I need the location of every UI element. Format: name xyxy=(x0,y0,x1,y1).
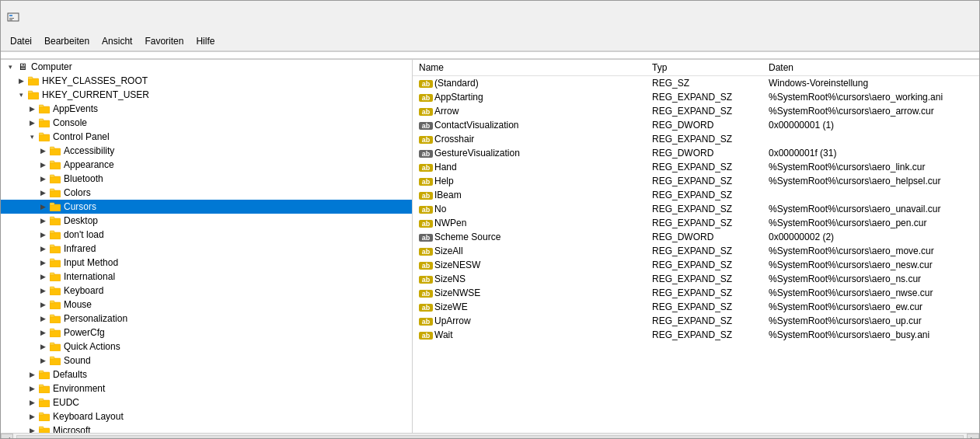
folder-icon xyxy=(38,117,51,129)
table-row[interactable]: ab SizeAll REG_EXPAND_SZ %SystemRoot%\cu… xyxy=(413,244,979,258)
expand-icon: ▶ xyxy=(37,145,49,157)
folder-icon xyxy=(27,89,40,101)
tree-node-dontload[interactable]: ▶ don't load xyxy=(1,228,412,242)
node-label: Personalization xyxy=(64,313,127,324)
svg-rect-47 xyxy=(39,371,44,373)
svg-rect-42 xyxy=(50,344,61,351)
tree-node-appevents[interactable]: ▶ AppEvents xyxy=(1,102,412,116)
tree-node-eudc[interactable]: ▶ EUDC xyxy=(1,395,412,409)
folder-icon xyxy=(49,256,61,269)
svg-rect-30 xyxy=(50,260,61,267)
node-label: Console xyxy=(53,117,87,128)
table-row[interactable]: ab UpArrow REG_EXPAND_SZ %SystemRoot%\cu… xyxy=(413,314,979,328)
cell-typ: REG_EXPAND_SZ xyxy=(646,174,762,188)
cell-daten: %SystemRoot%\cursors\aero_nwse.cur xyxy=(762,286,979,300)
table-row[interactable]: ab SizeWE REG_EXPAND_SZ %SystemRoot%\cur… xyxy=(413,300,979,314)
svg-rect-53 xyxy=(39,413,44,415)
table-row[interactable]: ab Arrow REG_EXPAND_SZ %SystemRoot%\curs… xyxy=(413,104,979,118)
tree-node-microsoft[interactable]: ▶ Microsoft xyxy=(1,423,412,433)
tree-node-personalization[interactable]: ▶ Personalization xyxy=(1,312,412,326)
scroll-left-button[interactable]: ◀ xyxy=(1,434,13,439)
menu-item-datei[interactable]: Datei xyxy=(4,33,38,49)
tree-node-sound[interactable]: ▶ Sound xyxy=(1,354,412,368)
table-row[interactable]: ab AppStarting REG_EXPAND_SZ %SystemRoot… xyxy=(413,90,979,104)
horizontal-scrollbar[interactable]: ◀ ▶ xyxy=(1,434,979,439)
right-panel[interactable]: Name Typ Daten ab (Standard) REG_SZ Wind… xyxy=(413,60,979,433)
table-row[interactable]: ab Scheme Source REG_DWORD 0x00000002 (2… xyxy=(413,230,979,244)
tree-node-colors[interactable]: ▶ Colors xyxy=(1,186,412,200)
folder-icon xyxy=(49,326,61,339)
expand-icon: ▶ xyxy=(26,103,38,115)
tree-node-environment[interactable]: ▶ Environment xyxy=(1,382,412,395)
tree-node-mouse[interactable]: ▶ Mouse xyxy=(1,298,412,312)
svg-rect-26 xyxy=(50,232,61,239)
tree-node-powercfg[interactable]: ▶ PowerCfg xyxy=(1,326,412,340)
cell-name: ab SizeNWSE xyxy=(413,286,646,300)
tree-node-appearance[interactable]: ▶ Appearance xyxy=(1,158,412,172)
table-row[interactable]: ab SizeNS REG_EXPAND_SZ %SystemRoot%\cur… xyxy=(413,272,979,286)
table-row[interactable]: ab Hand REG_EXPAND_SZ %SystemRoot%\curso… xyxy=(413,160,979,174)
tree-node-controlpanel[interactable]: ▾ Control Panel xyxy=(1,130,412,144)
table-row[interactable]: ab Wait REG_EXPAND_SZ %SystemRoot%\curso… xyxy=(413,328,979,342)
cell-name: ab GestureVisualization xyxy=(413,146,646,160)
expand-icon: ▶ xyxy=(26,117,38,129)
svg-rect-43 xyxy=(50,343,54,345)
cell-daten: %SystemRoot%\cursors\aero_helpsel.cur xyxy=(762,174,979,188)
table-row[interactable]: ab ContactVisualization REG_DWORD 0x0000… xyxy=(413,118,979,132)
expand-icon: ▶ xyxy=(37,200,49,213)
expand-icon: ▶ xyxy=(37,256,49,269)
svg-rect-11 xyxy=(39,119,44,121)
tree-node-hkcr[interactable]: ▶ HKEY_CLASSES_ROOT xyxy=(1,74,412,88)
tree-node-defaults[interactable]: ▶ Defaults xyxy=(1,368,412,382)
folder-icon xyxy=(49,312,61,325)
table-row[interactable]: ab Help REG_EXPAND_SZ %SystemRoot%\curso… xyxy=(413,174,979,188)
cell-name: ab SizeNS xyxy=(413,272,646,286)
table-row[interactable]: ab (Standard) REG_SZ Windows-Voreinstell… xyxy=(413,76,979,91)
menu-item-ansicht[interactable]: Ansicht xyxy=(96,33,138,49)
table-row[interactable]: ab SizeNESW REG_EXPAND_SZ %SystemRoot%\c… xyxy=(413,258,979,272)
tree-panel[interactable]: ▾🖥Computer▶ HKEY_CLASSES_ROOT▾ HKEY_CURR… xyxy=(1,60,413,433)
menu-item-favoriten[interactable]: Favoriten xyxy=(138,33,190,49)
svg-rect-10 xyxy=(39,120,50,127)
node-label: Colors xyxy=(64,187,91,198)
table-row[interactable]: ab GestureVisualization REG_DWORD 0x0000… xyxy=(413,146,979,160)
tree-node-console[interactable]: ▶ Console xyxy=(1,116,412,130)
folder-icon xyxy=(38,396,51,409)
scroll-right-button[interactable]: ▶ xyxy=(967,434,979,439)
folder-icon xyxy=(38,410,51,423)
tree-node-international[interactable]: ▶ International xyxy=(1,270,412,284)
cell-daten: %SystemRoot%\cursors\aero_working.ani xyxy=(762,90,979,104)
close-button[interactable] xyxy=(937,5,973,29)
tree-node-computer[interactable]: ▾🖥Computer xyxy=(1,60,412,74)
svg-rect-2 xyxy=(9,18,14,19)
scroll-track[interactable] xyxy=(16,435,964,439)
folder-icon xyxy=(49,284,61,297)
tree-node-keyboardlayout[interactable]: ▶ Keyboard Layout xyxy=(1,409,412,423)
cell-name: ab Arrow xyxy=(413,104,646,118)
table-row[interactable]: ab Crosshair REG_EXPAND_SZ xyxy=(413,132,979,146)
folder-icon xyxy=(49,228,61,241)
minimize-button[interactable] xyxy=(866,5,902,29)
tree-node-hkcu[interactable]: ▾ HKEY_CURRENT_USER xyxy=(1,88,412,102)
expand-icon: ▶ xyxy=(37,172,49,185)
cell-daten: %SystemRoot%\cursors\aero_nesw.cur xyxy=(762,258,979,272)
table-row[interactable]: ab SizeNWSE REG_EXPAND_SZ %SystemRoot%\c… xyxy=(413,286,979,300)
cell-typ: REG_DWORD xyxy=(646,118,762,132)
tree-node-desktop[interactable]: ▶ Desktop xyxy=(1,214,412,228)
tree-node-cursors[interactable]: ▶ Cursors xyxy=(1,200,412,214)
tree-node-quickactions[interactable]: ▶ Quick Actions xyxy=(1,340,412,354)
tree-node-bluetooth[interactable]: ▶ Bluetooth xyxy=(1,172,412,186)
maximize-button[interactable] xyxy=(902,5,937,29)
menu-item-hilfe[interactable]: Hilfe xyxy=(190,33,221,49)
menu-item-bearbeiten[interactable]: Bearbeiten xyxy=(38,33,96,49)
tree-node-inputmethod[interactable]: ▶ Input Method xyxy=(1,256,412,270)
table-row[interactable]: ab IBeam REG_EXPAND_SZ xyxy=(413,188,979,202)
tree-node-accessibility[interactable]: ▶ Accessibility xyxy=(1,144,412,158)
expand-icon: ▶ xyxy=(37,270,49,283)
svg-rect-21 xyxy=(50,189,54,191)
table-row[interactable]: ab No REG_EXPAND_SZ %SystemRoot%\cursors… xyxy=(413,202,979,216)
tree-node-keyboard[interactable]: ▶ Keyboard xyxy=(1,284,412,298)
table-row[interactable]: ab NWPen REG_EXPAND_SZ %SystemRoot%\curs… xyxy=(413,216,979,230)
tree-node-infrared[interactable]: ▶ Infrared xyxy=(1,242,412,256)
col-daten: Daten xyxy=(762,60,979,76)
